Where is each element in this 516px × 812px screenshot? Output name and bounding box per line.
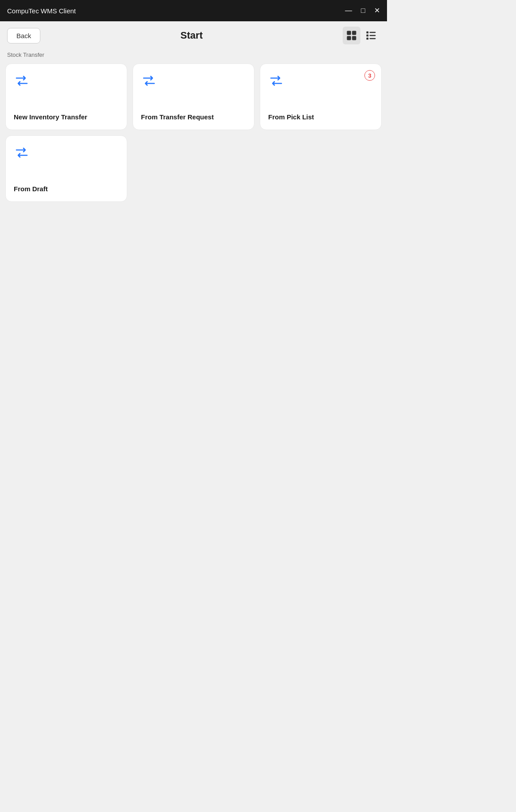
svg-rect-4 <box>366 32 368 34</box>
card-from-pick-list[interactable]: 3 From Pick List <box>260 63 382 130</box>
app-title: CompuTec WMS Client <box>7 7 76 15</box>
list-icon <box>365 29 377 42</box>
view-toggle <box>343 27 380 44</box>
cards-grid: New Inventory Transfer From Transfer Req… <box>5 63 382 130</box>
svg-rect-8 <box>366 38 368 40</box>
svg-rect-6 <box>366 35 368 37</box>
transfer-icon-2 <box>141 73 157 89</box>
transfer-icon-3 <box>268 73 284 89</box>
grid-icon <box>345 29 358 42</box>
close-button[interactable]: ✕ <box>374 7 380 14</box>
card-new-inventory-transfer[interactable]: New Inventory Transfer <box>5 63 127 130</box>
minimize-button[interactable]: — <box>345 7 352 14</box>
svg-rect-7 <box>369 35 375 36</box>
transfer-icon-4 <box>14 145 30 161</box>
pick-list-badge: 3 <box>364 70 375 81</box>
svg-rect-0 <box>347 31 351 35</box>
card-label-from-draft: From Draft <box>14 185 119 193</box>
titlebar: CompuTec WMS Client — □ ✕ <box>0 0 387 21</box>
card-label-from-transfer-request: From Transfer Request <box>141 113 246 121</box>
list-view-button[interactable] <box>362 27 380 44</box>
svg-rect-9 <box>369 38 375 39</box>
svg-rect-2 <box>347 36 351 40</box>
maximize-button[interactable]: □ <box>361 7 365 14</box>
svg-rect-5 <box>369 32 375 33</box>
content-area: New Inventory Transfer From Transfer Req… <box>0 63 387 812</box>
svg-rect-1 <box>352 31 356 35</box>
card-label-from-pick-list: From Pick List <box>268 113 373 121</box>
svg-rect-3 <box>352 36 356 40</box>
breadcrumb: Stock Transfer <box>0 50 387 63</box>
header: Back Start <box>0 21 387 50</box>
back-button[interactable]: Back <box>7 28 40 43</box>
transfer-icon <box>14 73 30 89</box>
window-controls: — □ ✕ <box>345 7 380 14</box>
page-title: Start <box>180 30 203 41</box>
card-from-draft[interactable]: From Draft <box>5 135 127 202</box>
grid-view-button[interactable] <box>343 27 360 44</box>
cards-grid-row2: From Draft <box>5 135 382 202</box>
card-from-transfer-request[interactable]: From Transfer Request <box>133 63 254 130</box>
card-label-new-inventory-transfer: New Inventory Transfer <box>14 113 119 121</box>
